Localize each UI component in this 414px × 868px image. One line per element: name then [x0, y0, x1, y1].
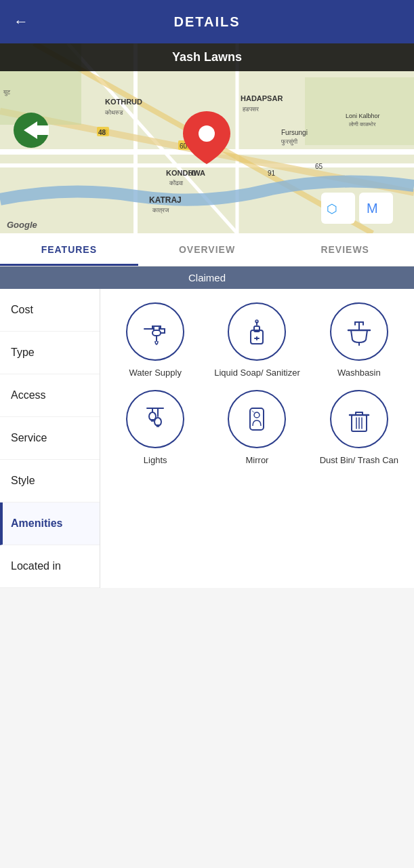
- amenity-liquid-soap-label: Liquid Soap/ Sanitizer: [214, 368, 299, 379]
- tab-features[interactable]: FEATURES: [0, 233, 138, 266]
- svg-text:KATRAJ: KATRAJ: [149, 195, 182, 205]
- main-content: Cost Type Access Service Style Amenities…: [0, 289, 414, 588]
- svg-line-61: [252, 411, 254, 412]
- amenity-lights: Lights: [107, 390, 203, 467]
- sidebar-item-cost[interactable]: Cost: [0, 289, 100, 332]
- svg-text:KONDHWA: KONDHWA: [166, 169, 205, 177]
- svg-rect-9: [305, 77, 414, 145]
- amenity-dustbin: Dust Bin/ Trash Can: [311, 390, 407, 467]
- sidebar-item-access[interactable]: Access: [0, 374, 100, 417]
- svg-text:कोथरुड: कोथरुड: [104, 108, 123, 116]
- amenity-lights-icon: [126, 390, 184, 448]
- svg-text:91: 91: [268, 170, 276, 177]
- svg-text:कात्रज: कात्रज: [152, 207, 169, 214]
- sidebar-item-style[interactable]: Style: [0, 460, 100, 502]
- tabs-container: FEATURES OVERVIEW REVIEWS: [0, 233, 414, 267]
- svg-text:कोंढवा: कोंढवा: [169, 179, 184, 186]
- sidebar-item-type[interactable]: Type: [0, 332, 100, 374]
- svg-text:KOTHRUD: KOTHRUD: [105, 98, 142, 106]
- svg-text:फुरसुंगी: फुरसुंगी: [281, 138, 298, 146]
- map-place-name: Yash Lawns: [0, 43, 414, 71]
- amenity-liquid-soap: Liquid Soap/ Sanitizer: [209, 302, 305, 379]
- amenity-water-supply-icon: [126, 302, 184, 361]
- amenity-mirror-icon: [228, 390, 286, 448]
- header: ← DETAILS: [0, 0, 414, 43]
- amenity-dustbin-label: Dust Bin/ Trash Can: [320, 455, 398, 467]
- svg-text:HADAPSAR: HADAPSAR: [241, 94, 283, 102]
- svg-text:Fursungi: Fursungi: [281, 129, 308, 136]
- svg-text:युट: युट: [3, 89, 11, 96]
- map-container: 48 48 60 60 65 91 60 KOTHRUD कोथरुड HADA…: [0, 43, 414, 233]
- sidebar: Cost Type Access Service Style Amenities…: [0, 289, 100, 588]
- svg-point-33: [199, 125, 215, 142]
- svg-point-60: [254, 412, 260, 418]
- amenity-liquid-soap-icon: [228, 302, 286, 361]
- svg-text:M: M: [367, 201, 378, 216]
- amenity-mirror: Mirror: [209, 390, 305, 467]
- claimed-bar: Claimed: [0, 267, 414, 289]
- amenity-mirror-label: Mirror: [246, 455, 269, 467]
- svg-text:⬡: ⬡: [327, 202, 337, 216]
- amenity-water-supply-label: Water Supply: [129, 368, 182, 379]
- tab-reviews[interactable]: REVIEWS: [276, 233, 414, 266]
- amenity-washbasin-label: Washbasin: [337, 368, 381, 379]
- svg-text:Google: Google: [7, 220, 37, 230]
- tab-overview[interactable]: OVERVIEW: [138, 233, 276, 266]
- amenities-grid: Water Supply Liquid Soap/ Sanitizer: [100, 289, 414, 588]
- sidebar-item-amenities[interactable]: Amenities: [0, 502, 100, 545]
- amenity-lights-label: Lights: [144, 455, 167, 467]
- back-button[interactable]: ←: [14, 13, 28, 31]
- svg-text:Loni Kalbhor: Loni Kalbhor: [346, 113, 380, 119]
- page-title: DETAILS: [173, 14, 240, 30]
- sidebar-item-service[interactable]: Service: [0, 417, 100, 460]
- svg-text:48: 48: [98, 129, 106, 136]
- sidebar-item-located-in[interactable]: Located in: [0, 545, 100, 588]
- svg-text:लोणी काळभोर: लोणी काळभोर: [348, 121, 376, 127]
- amenity-washbasin: Washbasin: [311, 302, 407, 379]
- amenity-dustbin-icon: [330, 390, 388, 448]
- amenity-water-supply: Water Supply: [107, 302, 203, 379]
- svg-text:65: 65: [315, 163, 323, 170]
- svg-text:हडपसर: हडपसर: [242, 106, 259, 113]
- amenity-washbasin-icon: [330, 302, 388, 361]
- svg-rect-40: [152, 330, 161, 336]
